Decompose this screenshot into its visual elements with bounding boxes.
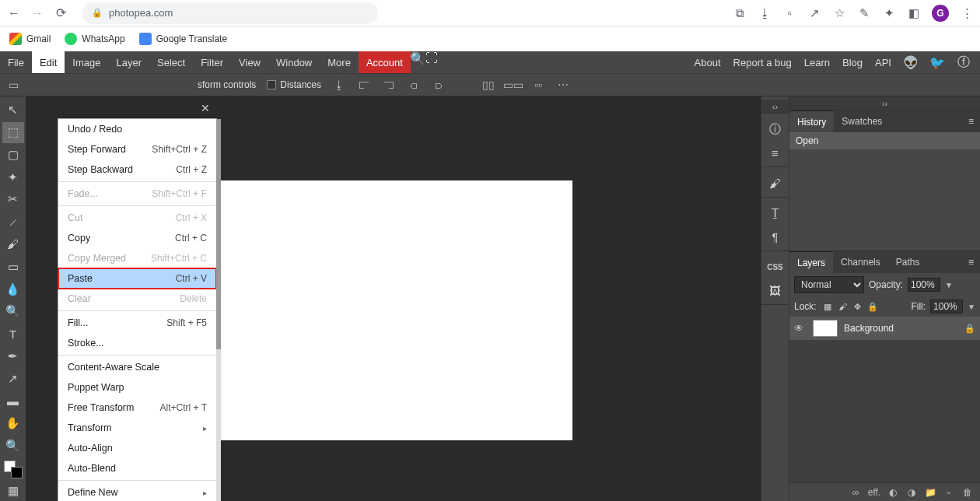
dodge-tool[interactable]: 🔍 <box>2 301 24 322</box>
brushes-panel-icon[interactable]: 🖌 <box>765 172 786 194</box>
pen-tool[interactable]: ✒ <box>2 345 24 366</box>
collapse-panels-icon[interactable]: ›› <box>882 99 887 108</box>
edit-menu-item-undo-redo[interactable]: Undo / Redo <box>58 119 216 139</box>
edit-menu-item-free-transform[interactable]: Free TransformAlt+Ctrl + T <box>58 398 216 418</box>
newtab-icon[interactable]: ▫ <box>782 6 796 20</box>
css-panel-icon[interactable]: CSS <box>765 256 786 278</box>
bookmark-translate[interactable]: Google Translate <box>139 33 227 45</box>
path-tool[interactable]: ↗ <box>2 368 24 389</box>
edit-menu-item-puppet-warp[interactable]: Puppet Warp <box>58 377 216 398</box>
bookmark-gmail[interactable]: Gmail <box>9 33 51 45</box>
distribute-h-icon[interactable]: ▯▯ <box>481 78 495 92</box>
quickmask-tool[interactable]: ▦ <box>2 480 24 501</box>
tool-preset-icon[interactable]: ▭ <box>6 78 20 92</box>
lock-trans-icon[interactable]: ▦ <box>821 300 834 313</box>
search-icon[interactable]: 🔍 <box>411 51 425 65</box>
image-panel-icon[interactable]: 🖼 <box>765 279 786 301</box>
align-left-icon[interactable]: ⫍ <box>357 78 371 92</box>
facebook-icon[interactable]: ⓕ <box>957 55 971 69</box>
layer-lock-icon[interactable]: 🔒 <box>964 324 975 334</box>
twitter-icon[interactable]: 🐦 <box>930 55 944 69</box>
link-report[interactable]: Report a bug <box>733 57 792 68</box>
marquee-tool[interactable]: ▢ <box>2 145 24 166</box>
crop-tool[interactable]: ✂ <box>2 189 24 210</box>
edit-menu-item-paste[interactable]: PasteCtrl + V <box>58 268 216 289</box>
move-tool[interactable]: ↖ <box>2 100 24 121</box>
more-options-icon[interactable]: ⋯ <box>556 78 570 92</box>
download-icon[interactable]: ⭳ <box>758 6 772 20</box>
menu-window[interactable]: Window <box>268 51 320 73</box>
menu-select[interactable]: Select <box>149 51 193 73</box>
eyedropper-icon[interactable]: ✎ <box>857 6 871 20</box>
edit-menu-item-stroke[interactable]: Stroke... <box>58 333 216 353</box>
layer-thumbnail[interactable] <box>813 320 838 337</box>
sidepanel-icon[interactable]: ◧ <box>907 6 921 20</box>
link-learn[interactable]: Learn <box>804 57 830 68</box>
fill-dropdown-icon[interactable]: ▼ <box>968 303 975 311</box>
extensions-icon[interactable]: ✦ <box>882 6 896 20</box>
adjustment-icon[interactable]: ◑ <box>905 486 918 499</box>
fill-input[interactable] <box>930 300 963 314</box>
lock-paint-icon[interactable]: 🖌 <box>836 300 849 313</box>
distribute-sp-icon[interactable]: ▫▫ <box>531 78 545 92</box>
shape-tool[interactable]: ▬ <box>2 391 24 412</box>
align-download-icon[interactable]: ⭳ <box>332 78 346 92</box>
folder-icon[interactable]: 📁 <box>924 486 936 499</box>
trash-icon[interactable]: 🗑 <box>961 486 974 499</box>
tab-history[interactable]: History <box>789 110 834 132</box>
link-api[interactable]: API <box>875 57 891 68</box>
address-bar[interactable]: 🔒 photopea.com <box>82 2 378 24</box>
edit-menu-item-step-backward[interactable]: Step BackwardCtrl + Z <box>58 159 216 180</box>
zoom-tool[interactable]: 🔍 <box>2 435 24 456</box>
paragraph-panel-icon[interactable]: ¶ <box>765 226 786 247</box>
reddit-icon[interactable]: 👽 <box>904 55 918 69</box>
edit-menu-item-step-forward[interactable]: Step ForwardShift+Ctrl + Z <box>58 139 216 159</box>
menu-account[interactable]: Account <box>359 51 411 73</box>
close-tab-icon[interactable]: ✕ <box>197 100 214 117</box>
bookmark-star-icon[interactable]: ☆ <box>832 6 846 20</box>
dropdown-scrollbar[interactable] <box>216 119 221 501</box>
eraser-tool[interactable]: ▭ <box>2 256 24 277</box>
layers-panel-menu-icon[interactable]: ≡ <box>962 251 980 273</box>
link-blog[interactable]: Blog <box>842 57 863 68</box>
link-about[interactable]: About <box>695 57 721 68</box>
tab-layers[interactable]: Layers <box>789 251 833 273</box>
menu-filter[interactable]: Filter <box>193 51 231 73</box>
reload-button[interactable]: ⟳ <box>53 5 68 21</box>
lock-all-icon[interactable]: 🔒 <box>866 300 879 313</box>
link-layers-icon[interactable]: ∞ <box>849 486 862 499</box>
align-right-icon[interactable]: ⫏ <box>407 78 421 92</box>
info-panel-icon[interactable]: ⓘ <box>765 118 786 140</box>
bookmark-whatsapp[interactable]: WhatsApp <box>65 33 124 45</box>
layer-row-background[interactable]: 👁 Background 🔒 <box>789 317 980 340</box>
menu-image[interactable]: Image <box>65 51 108 73</box>
wand-tool[interactable]: ✦ <box>2 166 24 187</box>
lock-move-icon[interactable]: ✥ <box>851 300 863 313</box>
share-icon[interactable]: ↗ <box>807 6 821 20</box>
edit-menu-item-content-aware-scale[interactable]: Content-Aware Scale <box>58 357 216 377</box>
visibility-icon[interactable]: 👁 <box>794 323 807 334</box>
edit-menu-item-fill[interactable]: Fill...Shift + F5 <box>58 313 216 333</box>
edit-menu-item-auto-align[interactable]: Auto-Align <box>58 438 216 458</box>
edit-menu-item-auto-blend[interactable]: Auto-Blend <box>58 458 216 478</box>
eyedropper-tool[interactable]: ⟋ <box>2 212 24 233</box>
opacity-input[interactable] <box>908 278 940 292</box>
text-tool[interactable]: T <box>2 324 24 345</box>
menu-layer[interactable]: Layer <box>109 51 150 73</box>
edit-menu-item-define-new[interactable]: Define New <box>58 482 216 501</box>
mask-icon[interactable]: ◐ <box>887 486 899 499</box>
menu-more[interactable]: More <box>320 51 359 73</box>
brush-tool[interactable]: 🖌 <box>2 234 24 255</box>
character-panel-icon[interactable]: Ṯ <box>765 202 786 224</box>
adjust-panel-icon[interactable]: ≡ <box>765 142 786 163</box>
new-layer-icon[interactable]: ▫ <box>943 486 955 499</box>
artboard-tool[interactable]: ⬚ <box>2 122 24 143</box>
forward-button[interactable]: → <box>30 5 45 21</box>
back-button[interactable]: ← <box>6 5 22 21</box>
fx-text[interactable]: eff. <box>868 486 880 499</box>
align-center-h-icon[interactable]: ⫎ <box>382 78 396 92</box>
distribute-v-icon[interactable]: ▭▭ <box>506 78 520 92</box>
canvas[interactable] <box>215 180 572 440</box>
blend-mode-select[interactable]: Normal <box>794 276 864 293</box>
fullscreen-icon[interactable]: ⛶ <box>425 51 439 65</box>
